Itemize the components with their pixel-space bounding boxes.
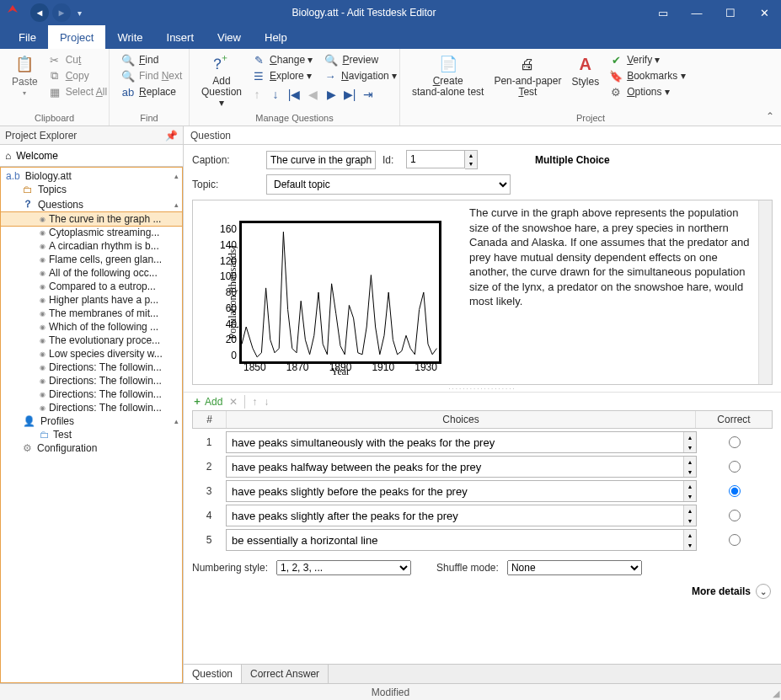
scrollbar[interactable]: [758, 200, 772, 384]
tree-profile-item[interactable]: 🗀 Test: [1, 428, 182, 441]
tree-question-item[interactable]: ◉All of the following occ...: [1, 266, 182, 280]
spin-down[interactable]: ▼: [684, 516, 696, 526]
spin-down[interactable]: ▼: [684, 442, 696, 452]
explore-button[interactable]: ☰Explore ▾: [250, 68, 313, 83]
nav-last-icon[interactable]: ▶|: [343, 88, 356, 101]
nav-up-icon[interactable]: ↑: [250, 88, 264, 101]
create-standalone-button[interactable]: 📄 Createstand-alone test: [407, 52, 489, 99]
spin-up[interactable]: ▲: [684, 457, 696, 467]
add-question-button[interactable]: ？＋ AddQuestion ▾: [196, 52, 247, 111]
spin-up[interactable]: ▲: [684, 432, 696, 442]
correct-radio[interactable]: [729, 534, 741, 546]
caption-input[interactable]: [266, 151, 376, 169]
tree-file[interactable]: a.bBiology.att ▴: [1, 169, 182, 183]
id-spin-up[interactable]: ▲: [465, 151, 477, 160]
spin-down[interactable]: ▼: [684, 540, 696, 550]
splitter[interactable]: ···················: [184, 385, 781, 392]
copy-button[interactable]: ⧉Copy: [46, 68, 109, 83]
choice-input[interactable]: [227, 505, 683, 526]
shuffle-select[interactable]: None: [507, 560, 642, 575]
correct-radio[interactable]: [729, 485, 741, 497]
choice-input[interactable]: [227, 432, 683, 452]
navigation-button[interactable]: →Navigation ▾: [322, 68, 399, 83]
tab-question[interactable]: Question: [184, 665, 242, 683]
tree-question-item[interactable]: ◉Higher plants have a p...: [1, 293, 182, 307]
pin-icon[interactable]: 📌: [165, 130, 178, 142]
nav-back-button[interactable]: ◄: [30, 3, 49, 22]
select-all-button[interactable]: ▦Select All: [46, 84, 109, 99]
correct-radio[interactable]: [729, 436, 741, 448]
nav-jump-icon[interactable]: ⇥: [361, 88, 375, 101]
tree-question-item[interactable]: ◉The evolutionary proce...: [1, 334, 182, 347]
menu-write[interactable]: Write: [105, 25, 154, 49]
spin-up[interactable]: ▲: [684, 481, 696, 491]
spin-down[interactable]: ▼: [684, 467, 696, 477]
more-details-button[interactable]: More details: [692, 585, 751, 597]
tree-question-item[interactable]: ◉A circadian rhythm is b...: [1, 239, 182, 253]
tree-question-item[interactable]: ◉Cytoplasmic streaming...: [1, 226, 182, 239]
cut-button[interactable]: ✂Cut: [46, 52, 109, 67]
choice-input[interactable]: [227, 457, 683, 477]
move-up-button[interactable]: ↑: [252, 396, 257, 408]
minimize-button[interactable]: —: [680, 0, 714, 25]
collapse-icon[interactable]: ▴: [174, 200, 179, 209]
delete-choice-button[interactable]: ✕: [229, 396, 238, 408]
chevron-down-icon[interactable]: ⌄: [756, 584, 771, 599]
replace-button[interactable]: abReplace: [120, 84, 184, 99]
menu-help[interactable]: Help: [253, 25, 299, 49]
tree-question-item[interactable]: ◉Directions: The followin...: [1, 374, 182, 387]
tree-profiles[interactable]: 👤Profiles ▴: [1, 414, 182, 428]
spin-down[interactable]: ▼: [684, 491, 696, 501]
nav-down-icon[interactable]: ↓: [269, 88, 282, 101]
collapse-icon[interactable]: ▴: [174, 417, 179, 425]
tree-question-item[interactable]: ◉Directions: The followin...: [1, 361, 182, 374]
menu-file[interactable]: File: [7, 25, 48, 49]
tree-topics[interactable]: 🗀Topics: [1, 183, 182, 196]
nav-first-icon[interactable]: |◀: [287, 88, 301, 101]
id-input[interactable]: [406, 150, 465, 168]
tree-question-item[interactable]: ◉Directions: The followin...: [1, 401, 182, 414]
bookmarks-button[interactable]: 🔖Bookmarks ▾: [607, 68, 687, 83]
move-down-button[interactable]: ↓: [264, 396, 269, 408]
welcome-row[interactable]: ⌂ Welcome: [0, 145, 183, 167]
correct-radio[interactable]: [729, 510, 741, 521]
nav-prev-icon[interactable]: ◀: [306, 88, 319, 101]
tree-question-item[interactable]: ◉Directions: The followin...: [1, 387, 182, 401]
paste-button[interactable]: 📋 Paste ▾: [7, 52, 43, 99]
tree-question-item[interactable]: ◉The curve in the graph ...: [1, 212, 182, 226]
choice-input[interactable]: [227, 481, 683, 501]
menu-insert[interactable]: Insert: [155, 25, 206, 49]
topic-select[interactable]: Default topic: [266, 174, 511, 195]
add-choice-button[interactable]: ＋Add: [192, 394, 222, 409]
nav-play-icon[interactable]: ▶: [324, 88, 338, 101]
nav-forward-button[interactable]: ►: [52, 3, 71, 22]
tab-correct-answer[interactable]: Correct Answer: [242, 665, 329, 683]
verify-button[interactable]: ✔Verify ▾: [607, 52, 687, 67]
numbering-select[interactable]: 1, 2, 3, ...: [276, 560, 411, 575]
spin-up[interactable]: ▲: [684, 530, 696, 540]
id-spin-down[interactable]: ▼: [465, 160, 477, 169]
choice-input[interactable]: [227, 530, 683, 550]
tree-question-item[interactable]: ◉Flame cells, green glan...: [1, 253, 182, 266]
preview-button[interactable]: 🔍Preview: [323, 52, 380, 67]
change-button[interactable]: ✎Change ▾: [250, 52, 314, 67]
project-tree[interactable]: a.bBiology.att ▴ 🗀Topics ？Questions ▴ ◉T…: [0, 167, 183, 683]
question-passage[interactable]: The curve in the graph above represents …: [463, 200, 758, 384]
tree-questions[interactable]: ？Questions ▴: [1, 196, 182, 212]
options-button[interactable]: ⚙Options ▾: [607, 84, 687, 99]
styles-button[interactable]: A Styles: [566, 52, 604, 89]
pen-paper-test-button[interactable]: 🖨 Pen-and-paperTest: [489, 52, 566, 99]
correct-radio[interactable]: [729, 461, 741, 473]
ribbon-display-options[interactable]: ▭: [646, 0, 680, 25]
tree-question-item[interactable]: ◉Which of the following ...: [1, 320, 182, 334]
tree-question-item[interactable]: ◉Low species diversity w...: [1, 347, 182, 361]
tree-configuration[interactable]: ⚙Configuration: [1, 441, 182, 455]
menu-view[interactable]: View: [206, 25, 253, 49]
resize-grip[interactable]: ◢: [773, 688, 779, 699]
close-button[interactable]: ✕: [747, 0, 781, 25]
tree-question-item[interactable]: ◉Compared to a eutrop...: [1, 280, 182, 293]
find-next-button[interactable]: 🔍Find Next: [120, 68, 184, 83]
maximize-button[interactable]: ☐: [714, 0, 747, 25]
collapse-icon[interactable]: ▴: [174, 172, 179, 180]
find-button[interactable]: 🔍Find: [120, 52, 184, 67]
